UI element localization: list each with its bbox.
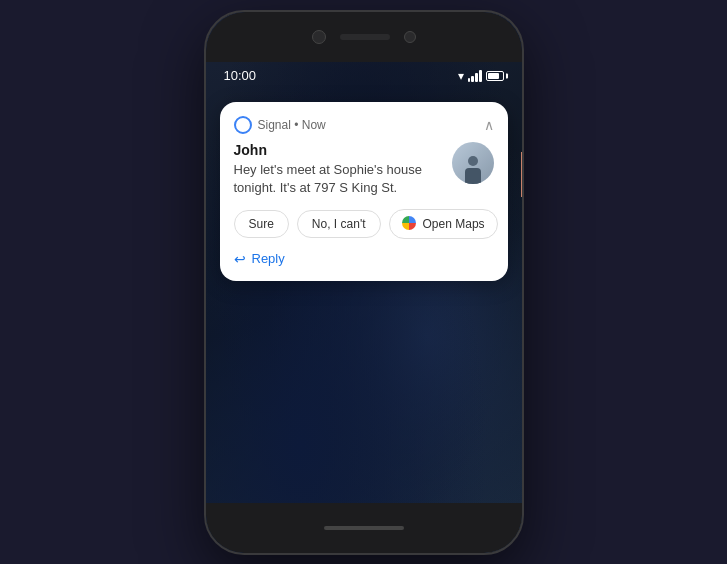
notification-app-name: Signal • Now <box>258 118 326 132</box>
reply-label: Reply <box>252 251 285 266</box>
phone-frame: 10:00 ▾ <box>204 10 524 555</box>
speaker <box>340 34 390 40</box>
reply-arrow-icon: ↩ <box>234 251 246 267</box>
phone-screen: 10:00 ▾ <box>206 12 522 553</box>
open-maps-label: Open Maps <box>423 217 485 231</box>
sure-button[interactable]: Sure <box>234 210 289 238</box>
avatar-head <box>468 156 478 166</box>
wifi-icon: ▾ <box>458 69 464 83</box>
camera-right <box>404 31 416 43</box>
camera-area <box>312 30 416 44</box>
battery-icon <box>486 71 504 81</box>
notification-header-left: Signal • Now <box>234 116 326 134</box>
notification-message: Hey let's meet at Sophie's house tonight… <box>234 161 442 197</box>
notification-text-area: John Hey let's meet at Sophie's house to… <box>234 142 442 197</box>
signal-bar-4 <box>479 70 481 82</box>
camera-left <box>312 30 326 44</box>
status-bar: 10:00 ▾ <box>206 62 522 90</box>
notification-sender: John <box>234 142 442 158</box>
signal-app-icon <box>234 116 252 134</box>
phone-bottom-bar <box>206 503 522 553</box>
avatar-body <box>465 168 481 184</box>
signal-bars-icon <box>468 70 482 82</box>
reply-button[interactable]: ↩ Reply <box>234 251 285 267</box>
notification-body: John Hey let's meet at Sophie's house to… <box>234 142 494 197</box>
collapse-icon[interactable]: ∧ <box>484 118 494 132</box>
battery-fill <box>488 73 499 79</box>
maps-circle <box>402 216 416 230</box>
open-maps-button[interactable]: Open Maps <box>389 209 498 239</box>
no-button[interactable]: No, I can't <box>297 210 381 238</box>
signal-bar-1 <box>468 78 470 82</box>
maps-icon <box>402 216 418 232</box>
status-time: 10:00 <box>224 68 257 83</box>
status-icons: ▾ <box>458 69 504 83</box>
notification-card: Signal • Now ∧ John Hey let's meet at So… <box>220 102 508 281</box>
phone-top-bar <box>206 12 522 62</box>
signal-bar-3 <box>475 73 477 82</box>
notification-header: Signal • Now ∧ <box>234 116 494 134</box>
home-indicator <box>324 526 404 530</box>
power-button[interactable] <box>521 152 524 197</box>
avatar-figure <box>464 156 482 184</box>
notification-actions: Sure No, I can't Open Maps <box>234 209 494 239</box>
wallpaper <box>206 12 522 553</box>
avatar <box>452 142 494 184</box>
signal-bar-2 <box>471 76 473 82</box>
